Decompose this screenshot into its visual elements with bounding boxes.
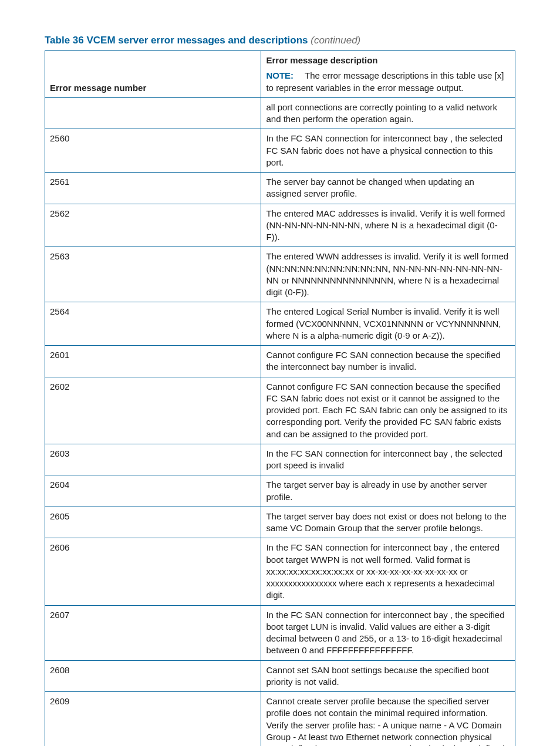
cell-error-number: 2601 xyxy=(45,346,261,377)
col-header-description: Error message description NOTE: The erro… xyxy=(261,51,515,98)
cell-error-number: 2560 xyxy=(45,129,261,173)
cell-error-description: Cannot set SAN boot settings because the… xyxy=(261,660,515,692)
cell-error-description: Cannot configure FC SAN connection becau… xyxy=(261,377,515,444)
col-header-desc-title: Error message description xyxy=(266,55,510,66)
table-row: 2606In the FC SAN connection for interco… xyxy=(45,538,515,605)
cell-error-description: In the FC SAN connection for interconnec… xyxy=(261,444,515,475)
table-row: 2564The entered Logical Serial Number is… xyxy=(45,302,515,346)
table-row: 2563The entered WWN addresses is invalid… xyxy=(45,247,515,302)
cell-error-number: 2607 xyxy=(45,605,261,660)
note-text-inner: The error message descriptions in this t… xyxy=(266,70,504,92)
cell-error-number: 2564 xyxy=(45,302,261,346)
cell-error-description: The target server bay is already in use … xyxy=(261,475,515,507)
table-row: 2561The server bay cannot be changed whe… xyxy=(45,173,515,204)
table-row: 2602Cannot configure FC SAN connection b… xyxy=(45,377,515,444)
table-row: 2609Cannot create server profile because… xyxy=(45,692,515,746)
cell-error-description: The entered Logical Serial Number is inv… xyxy=(261,302,515,346)
cell-error-description: Cannot configure FC SAN connection becau… xyxy=(261,346,515,377)
table-header: Error message number Error message descr… xyxy=(45,51,515,98)
cell-error-number xyxy=(45,97,261,129)
cell-error-number: 2602 xyxy=(45,377,261,444)
table-body: all port connections are correctly point… xyxy=(45,97,515,746)
note-text: The error message descriptions in this t… xyxy=(266,70,504,92)
cell-error-description: In the FC SAN connection for interconnec… xyxy=(261,129,515,173)
table-row: 2607In the FC SAN connection for interco… xyxy=(45,605,515,660)
cell-error-description: The entered MAC addresses is invalid. Ve… xyxy=(261,204,515,247)
cell-error-description: The entered WWN addresses is invalid. Ve… xyxy=(261,247,515,302)
table-row: 2560In the FC SAN connection for interco… xyxy=(45,129,515,173)
cell-error-number: 2563 xyxy=(45,247,261,302)
table-row: 2605The target server bay does not exist… xyxy=(45,507,515,538)
cell-error-number: 2603 xyxy=(45,444,261,475)
cell-error-number: 2604 xyxy=(45,475,261,507)
table-row: 2603In the FC SAN connection for interco… xyxy=(45,444,515,475)
cell-error-number: 2605 xyxy=(45,507,261,538)
note-label: NOTE: xyxy=(266,70,294,80)
cell-error-description: The target server bay does not exist or … xyxy=(261,507,515,538)
table-row: 2604The target server bay is already in … xyxy=(45,475,515,507)
table-caption-main: Table 36 VCEM server error messages and … xyxy=(45,35,308,46)
table-caption-continued: (continued) xyxy=(311,35,360,46)
document-page: Table 36 VCEM server error messages and … xyxy=(0,0,560,746)
cell-error-description: all port connections are correctly point… xyxy=(261,97,515,129)
cell-error-number: 2606 xyxy=(45,538,261,605)
cell-error-number: 2609 xyxy=(45,692,261,746)
table-row: 2608Cannot set SAN boot settings because… xyxy=(45,660,515,692)
table-row: all port connections are correctly point… xyxy=(45,97,515,129)
col-header-note: NOTE: The error message descriptions in … xyxy=(266,70,510,94)
table-header-row: Error message number Error message descr… xyxy=(45,51,515,98)
table-caption: Table 36 VCEM server error messages and … xyxy=(45,34,515,47)
cell-error-number: 2608 xyxy=(45,660,261,692)
cell-error-number: 2562 xyxy=(45,204,261,247)
cell-error-number: 2561 xyxy=(45,173,261,204)
cell-error-description: The server bay cannot be changed when up… xyxy=(261,173,515,204)
col-header-number: Error message number xyxy=(45,51,261,98)
cell-error-description: In the FC SAN connection for interconnec… xyxy=(261,605,515,660)
error-table: Error message number Error message descr… xyxy=(45,50,515,746)
table-row: 2562The entered MAC addresses is invalid… xyxy=(45,204,515,247)
table-row: 2601Cannot configure FC SAN connection b… xyxy=(45,346,515,377)
cell-error-description: In the FC SAN connection for interconnec… xyxy=(261,538,515,605)
cell-error-description: Cannot create server profile because the… xyxy=(261,692,515,746)
